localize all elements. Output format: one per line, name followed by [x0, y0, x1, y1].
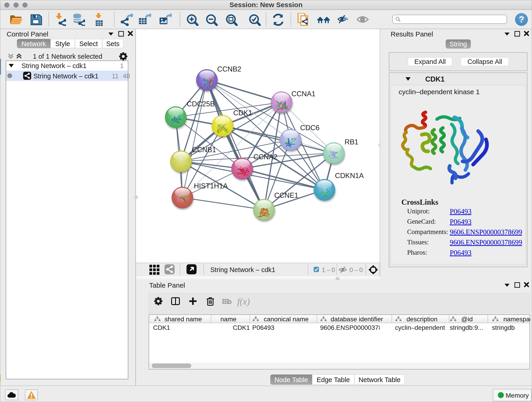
svg-text:CCNB1: CCNB1 — [192, 146, 216, 154]
svg-text:CDC25B: CDC25B — [187, 100, 215, 108]
svg-text:CDK1: CDK1 — [233, 109, 252, 117]
svg-text:RB1: RB1 — [345, 138, 358, 146]
svg-text:CDKN1A: CDKN1A — [335, 172, 364, 180]
svg-text:CCNB2: CCNB2 — [217, 65, 241, 73]
svg-text:CCNA2: CCNA2 — [253, 153, 278, 161]
svg-text:CDC6: CDC6 — [300, 124, 319, 132]
svg-text:HIST1H1A: HIST1H1A — [194, 182, 228, 190]
svg-text:CCNE1: CCNE1 — [274, 191, 298, 199]
svg-text:CCNA1: CCNA1 — [291, 90, 316, 98]
